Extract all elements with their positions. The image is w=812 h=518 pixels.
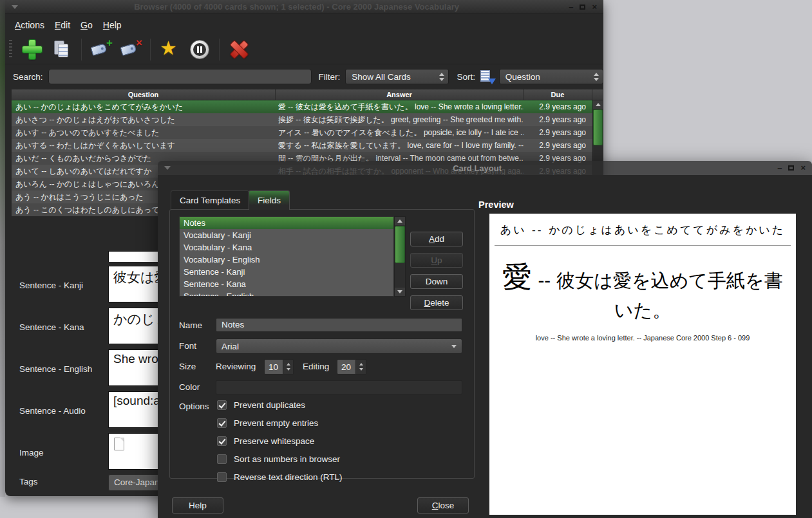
scrollbar-thumb[interactable] bbox=[395, 226, 405, 263]
desktop-edge bbox=[0, 0, 5, 497]
header-due[interactable]: Due bbox=[524, 89, 592, 100]
checkbox-unchecked-icon[interactable] bbox=[217, 472, 227, 482]
maximize-icon[interactable] bbox=[580, 5, 585, 10]
table-header: Question Answer Due bbox=[12, 89, 603, 100]
add-fact-icon[interactable] bbox=[20, 37, 44, 62]
list-item[interactable]: Vocabulary - English bbox=[180, 254, 393, 266]
sort-label: Sort: bbox=[457, 72, 475, 82]
name-label: Name bbox=[179, 320, 202, 330]
add-button[interactable]: Add bbox=[410, 232, 463, 246]
dialog-titlebar[interactable]: Card Layout – × bbox=[158, 161, 812, 175]
checkbox-checked-icon[interactable] bbox=[217, 418, 227, 428]
close-icon[interactable]: × bbox=[800, 164, 806, 172]
scroll-down-icon[interactable] bbox=[395, 288, 405, 296]
search-filter-bar: Search: Filter: Show All Cards Sort: Que… bbox=[5, 65, 603, 88]
dropdown-arrows-icon bbox=[439, 73, 444, 81]
toolbar-separator bbox=[81, 39, 82, 60]
preview-meta: love -- She wrote a loving letter. -- Ja… bbox=[489, 334, 796, 342]
name-input[interactable]: Notes bbox=[216, 318, 462, 332]
delete-tag-icon[interactable]: × bbox=[118, 37, 143, 62]
toolbar-grip[interactable] bbox=[9, 40, 12, 59]
menu-actions[interactable]: Actions bbox=[10, 17, 50, 33]
list-item[interactable]: Sentence - Kanji bbox=[180, 266, 393, 278]
field-label: Sentence - Audio bbox=[19, 406, 86, 416]
suspend-card-icon[interactable] bbox=[187, 37, 212, 62]
tab-card-templates[interactable]: Card Templates bbox=[171, 190, 249, 210]
minimize-icon[interactable]: – bbox=[569, 3, 573, 11]
field-label: Sentence - English bbox=[19, 364, 92, 374]
field-list-scrollbar[interactable] bbox=[394, 216, 406, 297]
stepper-arrows-icon[interactable] bbox=[283, 359, 294, 375]
window-menu-icon[interactable] bbox=[164, 166, 171, 170]
option-sort-numbers[interactable]: Sort as numbers in browser bbox=[217, 454, 340, 464]
close-button[interactable]: Close bbox=[417, 497, 469, 513]
dialog-title: Card Layout bbox=[177, 163, 777, 173]
filter-dropdown[interactable]: Show All Cards bbox=[345, 69, 449, 84]
menu-edit[interactable]: Edit bbox=[50, 17, 75, 33]
minimize-icon[interactable]: – bbox=[777, 164, 782, 172]
stepper-arrows-icon[interactable] bbox=[356, 359, 366, 375]
close-icon[interactable]: × bbox=[592, 3, 597, 11]
editing-size-stepper[interactable]: 20 bbox=[337, 359, 366, 375]
list-item[interactable]: Notes bbox=[180, 217, 393, 229]
dialog-body: Card Templates Fields Notes Vocabulary -… bbox=[158, 175, 812, 518]
reviewing-size-stepper[interactable]: 10 bbox=[264, 359, 294, 375]
checkbox-unchecked-icon[interactable] bbox=[217, 454, 227, 464]
browser-titlebar[interactable]: Browser (4000 of 4000 cards shown; 1 sel… bbox=[5, 0, 603, 14]
checkbox-checked-icon[interactable] bbox=[217, 436, 227, 446]
menubar: Actions Edit Go Help bbox=[5, 15, 603, 35]
table-row[interactable]: あいする -- わたしはかぞくをあいしています 愛する -- 私は家族を愛してい… bbox=[12, 139, 603, 152]
file-icon bbox=[114, 438, 124, 450]
option-preserve-whitespace[interactable]: Preserve whitespace bbox=[217, 436, 314, 446]
up-button[interactable]: Up bbox=[410, 253, 463, 268]
checkbox-checked-icon[interactable] bbox=[217, 400, 227, 410]
preview-card: あい -- かのじょはあいをこめててがみをかいた 愛 -- 彼女は愛を込めて手紙… bbox=[489, 214, 796, 515]
list-item[interactable]: Sentence - English bbox=[180, 290, 393, 297]
list-item[interactable]: Vocabulary - Kana bbox=[180, 241, 393, 254]
editing-label: Editing bbox=[303, 362, 329, 371]
field-label: Image bbox=[19, 448, 44, 458]
toolbar: + × ★ bbox=[5, 35, 603, 64]
copy-fact-icon[interactable] bbox=[50, 37, 74, 62]
tags-label: Tags bbox=[19, 477, 38, 486]
option-prevent-duplicates[interactable]: Prevent duplicates bbox=[217, 400, 305, 410]
header-answer[interactable]: Answer bbox=[276, 89, 524, 100]
table-row[interactable]: あいす -- あついのであいすをたべました アイス -- 暑いのでアイスを食べま… bbox=[12, 126, 603, 139]
delete-fact-icon[interactable] bbox=[227, 37, 251, 62]
help-button[interactable]: Help bbox=[172, 497, 223, 513]
menu-go[interactable]: Go bbox=[75, 17, 98, 33]
card-layout-dialog: Card Layout – × Card Templates Fields No… bbox=[158, 161, 812, 518]
table-row[interactable]: あいさつ -- かのじょはえがおであいさつした 挨拶 -- 彼女は笑顔で挨拶した… bbox=[12, 113, 603, 126]
scrollbar-thumb[interactable] bbox=[593, 109, 603, 145]
list-item[interactable]: Sentence - Kana bbox=[180, 278, 393, 290]
add-tag-icon[interactable]: + bbox=[89, 37, 113, 62]
scroll-up-icon[interactable] bbox=[395, 217, 405, 225]
size-label: Size bbox=[179, 362, 196, 371]
header-question[interactable]: Question bbox=[12, 89, 276, 100]
preview-divider bbox=[495, 245, 791, 246]
color-input[interactable] bbox=[216, 380, 462, 394]
sort-dropdown[interactable]: Question bbox=[499, 69, 603, 84]
color-label: Color bbox=[179, 382, 200, 392]
preview-question: あい -- かのじょはあいをこめててがみをかいた bbox=[489, 223, 796, 237]
sort-icon bbox=[480, 69, 496, 84]
preview-title: Preview bbox=[478, 199, 514, 210]
search-input[interactable] bbox=[48, 69, 312, 84]
scroll-up-icon[interactable] bbox=[593, 100, 603, 109]
reviewing-label: Reviewing bbox=[216, 362, 256, 371]
window-menu-icon[interactable] bbox=[12, 5, 18, 9]
option-rtl[interactable]: Reverse text direction (RTL) bbox=[217, 472, 343, 482]
maximize-icon[interactable] bbox=[788, 165, 794, 171]
option-prevent-empty[interactable]: Prevent empty entries bbox=[217, 418, 318, 428]
mark-fact-icon[interactable]: ★ bbox=[158, 37, 182, 62]
field-list: Notes Vocabulary - Kanji Vocabulary - Ka… bbox=[179, 216, 394, 297]
tab-fields[interactable]: Fields bbox=[249, 190, 290, 210]
delete-button[interactable]: Delete bbox=[410, 295, 463, 310]
menu-help[interactable]: Help bbox=[98, 17, 127, 33]
list-item[interactable]: Vocabulary - Kanji bbox=[180, 229, 393, 241]
table-row[interactable]: あい -- かのじょはあいをこめててがみをかいた 愛 -- 彼女は愛を込めて手紙… bbox=[12, 100, 603, 113]
browser-window-title: Browser (4000 of 4000 cards shown; 1 sel… bbox=[24, 2, 569, 12]
down-button[interactable]: Down bbox=[410, 274, 463, 289]
options-label: Options bbox=[179, 402, 209, 411]
font-dropdown[interactable]: Arial bbox=[216, 338, 462, 354]
